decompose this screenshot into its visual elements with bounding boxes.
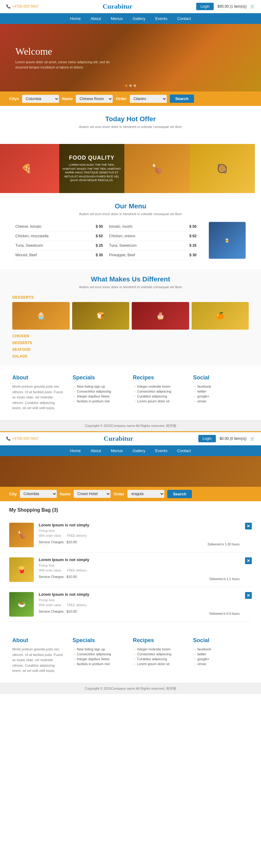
menu-title: Our Menu: [16, 202, 245, 210]
hero-section-2: [0, 456, 261, 487]
site-logo: Curabitur: [103, 2, 132, 10]
top-bar-2: 📞 +4758 655 5947 Curabitur Login $0.00 (…: [0, 432, 261, 445]
name-select[interactable]: Chinese Room: [76, 95, 113, 103]
hot-img-pizza: 🍕: [0, 144, 59, 193]
cart-icon-2: 🛒: [250, 436, 255, 441]
order-select[interactable]: Cilantro: [130, 95, 167, 103]
bag-item-delivery-3: Delivered in 0-5 hours: [209, 612, 239, 615]
menu-item: Pineapple, Beef $ 30: [109, 250, 197, 260]
vimeo-link[interactable]: vimeo: [193, 399, 244, 404]
diff-cat-salads[interactable]: SALADS: [12, 353, 249, 359]
list-item: Consectetur adipiscing: [72, 652, 123, 656]
twitter-link-2[interactable]: twitter: [193, 652, 244, 656]
specials-list-2: New listing sign up Consectetur adipisci…: [72, 647, 123, 666]
bag-item-1: 🍗 Lorem Ipsum is not simply Pickup time:…: [9, 518, 252, 553]
bag-item-img-3: 🥗: [9, 592, 34, 617]
search-button-2[interactable]: Search: [167, 490, 192, 498]
name2-label: Name: [60, 492, 70, 496]
nav-home[interactable]: Home: [65, 13, 86, 24]
social-list: facebook twitter google+ vimeo: [193, 384, 244, 404]
facebook-link-2[interactable]: facebook: [193, 647, 244, 652]
bag-item-info-1: Lorem Ipsum is not simply Pickup time:Wi…: [39, 523, 252, 544]
diff-cat-seafood[interactable]: SEAFOOD: [12, 347, 249, 352]
list-item: Consectetur adipiscing: [72, 389, 123, 394]
diff-category-label: DESSERTS: [12, 295, 249, 300]
hot-img-dessert: 🥘: [190, 144, 255, 193]
nav2-menus[interactable]: Menus: [106, 445, 128, 456]
info-section-2: About Morbi pretium gravida justo nec ul…: [0, 628, 261, 683]
about-col: About Morbi pretium gravida justo nec ul…: [12, 374, 68, 411]
diff-img-1: 🧁: [12, 302, 70, 330]
diff-img-4: 🍊: [192, 302, 249, 330]
nav-gallery[interactable]: Gallery: [128, 13, 150, 24]
list-item: Lorem ipsum dolor sit: [133, 661, 184, 666]
menu-subtitle: Autem vel eum iriure dolor in hendrerit …: [16, 212, 245, 216]
list-item: New listing sign up: [72, 384, 123, 389]
hero-dot-1[interactable]: [125, 84, 127, 87]
bag-item-info-3: Lorem Ipsum is not simply Pickup time:Wi…: [39, 592, 252, 613]
order2-select[interactable]: eragula: [127, 490, 164, 498]
city2-select[interactable]: Columbia: [20, 490, 57, 498]
list-item: Curabitur adipiscing: [133, 656, 184, 661]
nav2-events[interactable]: Events: [150, 445, 172, 456]
specials-title: Specials: [72, 374, 123, 381]
hot-offer-images: 🍕 FOOD QUALITY LOREM NON NUNC THE THE TI…: [0, 144, 255, 193]
bag-item-2: 🍟 Lorem Ipsum is not simply Pickup time:…: [9, 553, 252, 587]
bag-item-remove-1[interactable]: ✕: [245, 523, 252, 529]
footer-copyright-2: Copyright © 2015Company name All Rights …: [0, 683, 261, 694]
city-select[interactable]: Columbia: [22, 95, 59, 103]
login-button-2[interactable]: Login: [198, 435, 216, 442]
list-item: Integer dapibus News: [72, 656, 123, 661]
search-button[interactable]: Search: [170, 95, 194, 103]
menu-item: Minced, Beef $ 30: [16, 250, 103, 260]
main-nav: Home About Menus Gallery Events Contact: [0, 13, 261, 24]
social-col: Social facebook twitter google+ vimeo: [188, 374, 249, 411]
nav-contact[interactable]: Contact: [172, 13, 196, 24]
recipes-col-2: Recipes Integer molestie lorem Consectet…: [128, 637, 188, 674]
hero-section: Welcome Lorem ipsum dolor sit amet, cons…: [0, 24, 261, 91]
name2-select[interactable]: Crown Hotel: [74, 490, 111, 498]
social-title-2: Social: [193, 637, 244, 644]
food-quality-overlay: FOOD QUALITY LOREM NON NUNC THE THE TIEN…: [59, 144, 125, 193]
nav-menus[interactable]: Menus: [106, 13, 128, 24]
bag-title: My Shopping Bag (3): [9, 507, 252, 513]
diff-img-2: 🍞: [72, 302, 129, 330]
twitter-link[interactable]: twitter: [193, 389, 244, 394]
nav2-about[interactable]: About: [86, 445, 106, 456]
hero-dot-3[interactable]: [134, 84, 136, 87]
top-bar-right-2: Login $0.00 (0 item(s)) 🛒: [198, 435, 255, 442]
nav-about[interactable]: About: [86, 13, 106, 24]
bag-item-info-2: Lorem Ipsum is not simply Pickup time:Wi…: [39, 557, 252, 579]
about-text: Morbi pretium gravida justo nec ultrices…: [12, 384, 63, 411]
main-nav-2: Home About Menus Gallery Events Contact: [0, 445, 261, 456]
bag-item-remove-3[interactable]: ✕: [245, 592, 252, 599]
menu-item: Chicken, onions $ 62: [109, 231, 197, 241]
food-quality-title: FOOD QUALITY: [69, 155, 115, 161]
nav2-home[interactable]: Home: [65, 445, 86, 456]
hot-offer-subtitle: Autem vel eum iriure dolor in hendrerit …: [6, 125, 255, 129]
city2-label: City: [9, 492, 17, 496]
login-button[interactable]: Login: [196, 3, 214, 10]
diff-cat-chicken[interactable]: CHICKEN: [12, 333, 249, 339]
phone-number: 📞 +4758 655 5947: [6, 4, 39, 9]
vimeo-link-2[interactable]: vimeo: [193, 661, 244, 666]
nav2-contact[interactable]: Contact: [172, 445, 196, 456]
menu-item: Cheese, tomato $ 50: [16, 222, 103, 231]
diff-cat-desserts[interactable]: DESSERTS: [12, 340, 249, 346]
facebook-link[interactable]: facebook: [193, 384, 244, 389]
diff-categories: CHICKEN DESSERTS SEAFOOD SALADS: [12, 333, 249, 359]
bag-item-remove-2[interactable]: ✕: [245, 557, 252, 564]
hero-dot-2[interactable]: [129, 84, 132, 87]
social-list-2: facebook twitter google+ vimeo: [193, 647, 244, 666]
googleplus-link[interactable]: google+: [193, 394, 244, 399]
food-quality-text: LOREM NON NUNC THE THE TIEN, HABITANT MA…: [59, 163, 125, 182]
cart-info: $95.00 (1 item(s)): [218, 4, 246, 9]
order-label: Order: [116, 96, 126, 101]
list-item: Curabitur adipiscing: [133, 394, 184, 399]
social-title: Social: [193, 374, 244, 381]
menu-item: Tuna, Sweetcorn $ 25: [16, 241, 103, 250]
googleplus-link-2[interactable]: google+: [193, 656, 244, 661]
nav-events[interactable]: Events: [150, 13, 172, 24]
nav2-gallery[interactable]: Gallery: [128, 445, 150, 456]
hot-img-chicken: 🍗: [124, 144, 190, 193]
